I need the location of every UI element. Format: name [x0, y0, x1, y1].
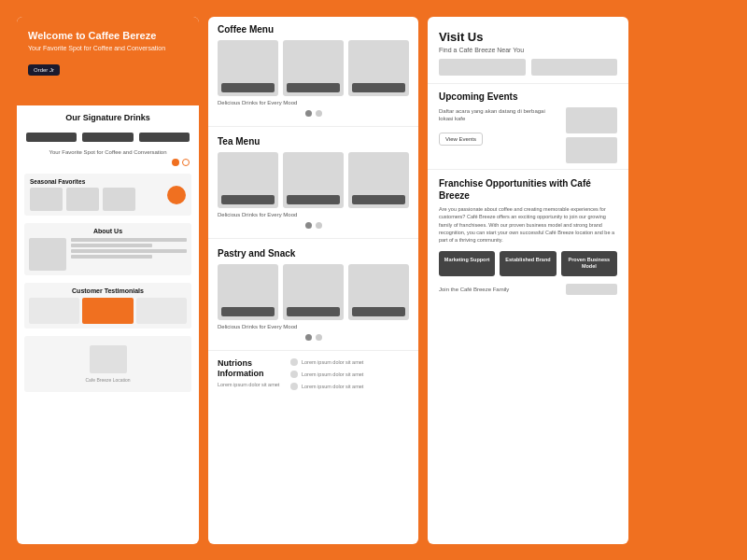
events-left: Daftar acara yang akan datang di berbaga…: [439, 107, 560, 146]
franchise-footer: Join the Café Breeze Family: [439, 284, 617, 295]
sig-card-btn-1[interactable]: [26, 133, 77, 142]
franchise-card-label-2: Established Brand: [503, 257, 552, 263]
tea-pagination: [218, 220, 409, 232]
footer-logo: [90, 345, 127, 373]
hero-title: Welcome to Caffee Bereze: [28, 30, 188, 41]
tea-card-3: [348, 152, 409, 208]
events-title: Upcoming Events: [439, 91, 617, 102]
testimonials-title: Customer Testimonials: [29, 287, 187, 294]
franchise-card-label-1: Marketing Support: [443, 257, 491, 263]
divider-2: [208, 238, 418, 239]
dot-inactive[interactable]: [182, 159, 190, 166]
nutrition-title: Nutrions Information: [218, 358, 283, 379]
seasonal-content: Seasonal Favorites: [30, 178, 135, 211]
event-img-2: [566, 137, 617, 163]
events-images: [566, 107, 617, 163]
map-placeholder: [439, 59, 526, 76]
divider-3: [208, 350, 418, 351]
tea-pdot-1[interactable]: [305, 222, 312, 229]
left-panel: Welcome to Caffee Bereze Your Favorite S…: [17, 17, 199, 544]
seasonal-label: Seasonal Favorites: [30, 178, 135, 185]
events-content: Daftar acara yang akan datang di berbaga…: [439, 107, 617, 163]
franchise-section: Franchise Opportunities with Café Breeze…: [428, 170, 628, 301]
testimonial-cards: [29, 298, 187, 324]
tea-card-btn-2[interactable]: [287, 195, 340, 204]
pastry-pagination: [218, 332, 409, 344]
coffee-caption: Delicious Drinks for Every Mood: [218, 100, 409, 105]
franchise-card-model: Proven Business Model: [561, 251, 617, 275]
nutrition-dot-3: [290, 383, 298, 390]
left-footer-box: Cafe Breeze Location: [24, 336, 191, 392]
franchise-card-marketing: Marketing Support: [439, 251, 495, 275]
nutrition-text-2: Lorem ipsum dolor sit amet: [302, 371, 363, 377]
tea-menu-title: Tea Menu: [218, 136, 409, 147]
pastry-pdot-1[interactable]: [305, 334, 312, 341]
tea-card-btn-1[interactable]: [221, 195, 275, 204]
pastry-card-btn-3[interactable]: [352, 307, 405, 316]
dot-active[interactable]: [172, 159, 179, 166]
tea-card-1: [218, 152, 278, 208]
pastry-caption: Delicious Drinks for Every Mood: [218, 324, 409, 329]
coffee-card-btn-1[interactable]: [221, 83, 275, 92]
coffee-card-3: [348, 40, 409, 96]
nutrition-dot-1: [290, 358, 298, 366]
coffee-card-btn-3[interactable]: [352, 83, 405, 92]
tea-card-btn-3[interactable]: [352, 195, 405, 204]
pastry-card-btn-1[interactable]: [221, 307, 275, 316]
coffee-cards-row: [218, 40, 409, 96]
nutrition-text-3: Lorem ipsum dolor sit amet: [302, 384, 363, 389]
coffee-pdot-1[interactable]: [305, 110, 312, 117]
pastry-cards-row: [218, 264, 409, 320]
nutrition-subtitle: Lorem ipsum dolor sit amet: [218, 382, 283, 387]
tea-caption: Delicious Drinks for Every Mood: [218, 212, 409, 217]
signature-drinks-title: Our Signature Drinks: [17, 105, 199, 126]
tea-pdot-2[interactable]: [316, 222, 322, 229]
nutrition-item-1: Lorem ipsum dolor sit amet: [290, 358, 409, 366]
coffee-pagination: [218, 108, 409, 120]
map-placeholder-2: [531, 59, 618, 76]
nav-dots: [17, 157, 199, 170]
about-line-4: [71, 255, 152, 259]
visit-section: Visit Us Find a Café Breeze Near You: [428, 17, 628, 84]
event-img-1: [566, 107, 617, 133]
pastry-card-btn-2[interactable]: [287, 307, 340, 316]
tea-menu-section: Tea Menu Delicious Drinks for Every Mood: [208, 129, 418, 236]
right-panel: Visit Us Find a Café Breeze Near You Upc…: [428, 17, 628, 544]
sig-card-3: [139, 130, 190, 142]
nutrition-dot-2: [290, 371, 298, 378]
about-image: [29, 238, 66, 271]
left-footer-sub: Your Favorite Spot for Coffee and Conver…: [17, 146, 199, 157]
about-line-1: [71, 238, 187, 242]
franchise-footer-text: Join the Café Breeze Family: [439, 287, 509, 292]
view-events-button[interactable]: View Events: [439, 133, 483, 146]
sig-card-btn-2[interactable]: [82, 133, 133, 142]
franchise-title: Franchise Opportunities with Café Breeze: [439, 177, 617, 202]
pastry-menu-section: Pastry and Snack Delicious Drinks for Ev…: [208, 241, 418, 348]
testimonials-box: Customer Testimonials: [24, 283, 191, 329]
sig-card-2: [82, 130, 133, 142]
franchise-footer-button[interactable]: [566, 284, 617, 295]
seasonal-icon: [167, 186, 186, 204]
testimonial-1: [29, 298, 79, 324]
events-section: Upcoming Events Daftar acara yang akan d…: [428, 84, 628, 170]
coffee-card-btn-2[interactable]: [287, 83, 340, 92]
hero-order-button[interactable]: Order Jr: [28, 64, 60, 76]
footer-address: Cafe Breeze Location: [85, 377, 130, 383]
nutrition-section: Nutrions Information Lorem ipsum dolor s…: [208, 353, 418, 396]
divider-1: [208, 126, 418, 127]
testimonial-2-highlight: [82, 298, 133, 324]
coffee-menu-title: Coffee Menu: [218, 24, 409, 35]
coffee-menu-section: Coffee Menu Delicious Drinks for Every M…: [208, 17, 418, 124]
pastry-pdot-2[interactable]: [316, 334, 322, 341]
seasonal-item-3: [103, 188, 135, 211]
coffee-pdot-2[interactable]: [316, 110, 322, 117]
nutrition-right: Lorem ipsum dolor sit amet Lorem ipsum d…: [290, 358, 409, 390]
nutrition-item-2: Lorem ipsum dolor sit amet: [290, 371, 409, 378]
seasonal-item-1: [30, 188, 63, 211]
sig-card-btn-3[interactable]: [139, 133, 190, 142]
seasonal-item-2: [66, 188, 99, 211]
nutrition-item-3: Lorem ipsum dolor sit amet: [290, 383, 409, 390]
about-text: [71, 238, 187, 271]
franchise-card-brand: Established Brand: [500, 251, 556, 275]
pastry-card-2: [283, 264, 344, 320]
